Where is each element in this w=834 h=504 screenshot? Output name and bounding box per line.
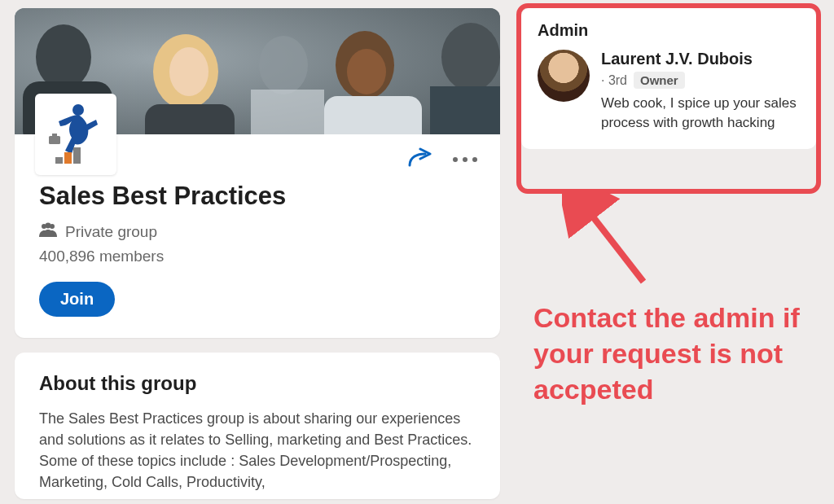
about-heading: About this group <box>39 372 476 395</box>
admin-name[interactable]: Laurent J.V. Dubois <box>601 50 797 68</box>
svg-point-6 <box>259 36 308 94</box>
share-icon[interactable] <box>407 147 435 172</box>
admin-entry[interactable]: Laurent J.V. Dubois · 3rd Owner Web cook… <box>538 50 800 133</box>
svg-line-22 <box>586 208 643 282</box>
owner-badge: Owner <box>634 72 685 89</box>
svg-rect-12 <box>430 86 500 134</box>
svg-point-21 <box>46 223 51 229</box>
svg-rect-18 <box>73 147 81 164</box>
svg-point-1 <box>36 24 91 90</box>
annotation-text: Contact the admin if your request is not… <box>533 300 819 408</box>
about-card: About this group The Sales Best Practice… <box>15 353 500 499</box>
svg-point-13 <box>72 104 84 116</box>
svg-rect-10 <box>324 96 422 134</box>
svg-point-9 <box>347 49 386 94</box>
connection-degree: · 3rd <box>601 73 627 88</box>
svg-point-11 <box>441 23 500 91</box>
about-text: The Sales Best Practices group is about … <box>39 408 476 493</box>
svg-rect-14 <box>49 136 60 144</box>
svg-rect-5 <box>145 104 235 134</box>
admin-card: Admin Laurent J.V. Dubois · 3rd Owner We… <box>521 8 816 149</box>
svg-rect-15 <box>52 134 57 136</box>
privacy-label: Private group <box>65 223 157 241</box>
annotation-arrow <box>562 192 660 290</box>
admin-bio: Web cook, I spice up your sales process … <box>601 94 797 133</box>
group-title: Sales Best Practices <box>39 182 476 211</box>
join-button[interactable]: Join <box>39 282 115 317</box>
member-count: 400,896 members <box>39 248 476 265</box>
group-header-card: Sales Best Practices Private group 400,8… <box>15 8 500 338</box>
group-icon <box>39 222 57 241</box>
svg-point-4 <box>169 47 208 96</box>
admin-section-label: Admin <box>538 21 800 40</box>
admin-avatar[interactable] <box>538 50 590 102</box>
more-options-icon[interactable] <box>453 157 477 162</box>
svg-rect-7 <box>251 90 324 134</box>
svg-rect-16 <box>55 157 63 164</box>
svg-rect-17 <box>64 152 72 164</box>
group-logo <box>35 94 116 175</box>
privacy-row: Private group <box>39 222 476 241</box>
